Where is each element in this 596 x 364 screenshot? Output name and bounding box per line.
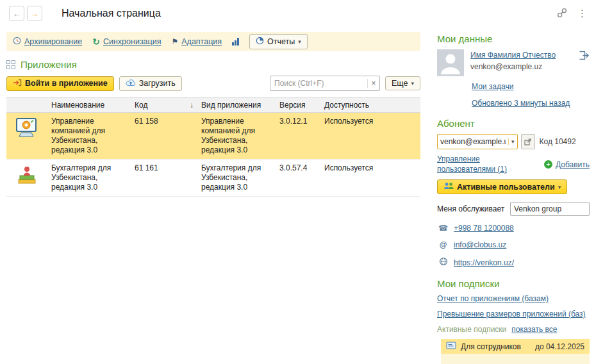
more-menu-icon[interactable]: ⋮ (577, 8, 587, 19)
cell-type[interactable]: Бухгалтерия для Узбекистана, редакция 3.… (197, 160, 276, 197)
column-code[interactable]: Код↓ (131, 98, 197, 113)
subscription-name: Для сотрудников (461, 342, 521, 351)
clock-icon (13, 37, 21, 47)
website-link[interactable]: https://venkon.uz/ (454, 258, 514, 267)
cell-code[interactable]: 61 161 (131, 160, 197, 197)
cell-version[interactable]: 3.0.57.4 (276, 160, 320, 197)
phone-icon: ☎ (438, 224, 448, 233)
cell-version[interactable]: 3.0.12.1 (276, 113, 320, 160)
serviced-by-row: Меня обслуживает (437, 202, 590, 216)
my-data-title: Мои данные (437, 33, 590, 44)
column-icon (6, 98, 47, 113)
app-icon-accounting[interactable] (6, 160, 47, 197)
plus-icon: + (544, 160, 552, 169)
service-toolbar: Архивирование ↻ Синхронизация ⚑ Адаптаци… (6, 32, 420, 51)
active-subscriptions-row: Активные подписки показать все (437, 325, 590, 334)
my-tasks-link[interactable]: Мои задачи (472, 82, 513, 91)
clear-search-icon[interactable]: × (367, 79, 379, 88)
user-card: Имя Фамилия Отчество venkon@example.uz (437, 49, 590, 78)
apps-actions-row: Войти в приложение Загрузить × Еще ▾ (6, 76, 420, 91)
flag-icon: ⚑ (171, 37, 178, 46)
phone-link[interactable]: +998 78 1200088 (454, 224, 514, 233)
applications-grid-icon (6, 60, 15, 69)
more-button[interactable]: Еще ▾ (385, 76, 420, 90)
subscription-item-body (441, 354, 590, 364)
app-icon-management[interactable] (6, 113, 47, 160)
updated-link[interactable]: Обновлено 3 минуты назад (472, 99, 570, 108)
load-app-button[interactable]: Загрузить (119, 76, 182, 91)
serviced-by-label: Меня обслуживает (437, 204, 504, 213)
apps-table: Наименование Код↓ Вид приложения Версия … (6, 97, 420, 197)
cell-code[interactable]: 61 158 (131, 113, 197, 160)
subscription-until: до 04.12.2025 (535, 342, 584, 351)
column-name[interactable]: Наименование (47, 98, 131, 113)
top-bar: ← → Начальная страница ⋮ (0, 0, 596, 27)
search-input[interactable] (270, 79, 367, 88)
sync-link: Синхронизация (103, 37, 161, 46)
add-user[interactable]: + Добавить (544, 160, 590, 169)
reports-button[interactable]: Отчеты ▾ (249, 34, 308, 49)
statistics-icon[interactable] (232, 38, 239, 46)
cell-availability[interactable]: Используется (320, 113, 420, 160)
manage-users-link[interactable]: Управление пользователями (1) (437, 154, 519, 174)
cell-name[interactable]: Бухгалтерия для Узбекистана, редакция 3.… (47, 160, 131, 197)
user-email: venkon@example.uz (470, 62, 556, 71)
enter-arrow-icon (13, 79, 22, 88)
globe-icon (438, 257, 448, 268)
toolbar-item-adaptation[interactable]: ⚑ Адаптация (171, 37, 222, 46)
active-users-button[interactable]: Активные пользователи ▾ (437, 179, 567, 194)
email-row: @ info@clobus.uz (438, 240, 590, 249)
cell-availability[interactable]: Используется (320, 160, 420, 197)
subscriber-title: Абонент (437, 118, 590, 129)
get-link-icon[interactable] (557, 8, 567, 20)
cell-name[interactable]: Управление компанией для Узбекистана, ре… (47, 113, 131, 160)
website-row: https://venkon.uz/ (438, 257, 590, 268)
page-title: Начальная страница (62, 8, 161, 19)
main-column: Архивирование ↻ Синхронизация ⚑ Адаптаци… (6, 32, 420, 197)
subscriber-code: Код 10492 (540, 137, 576, 146)
subscription-card-icon (446, 342, 456, 351)
account-input[interactable] (438, 137, 508, 146)
column-availability[interactable]: Доступность (320, 98, 420, 113)
toolbar-item-archive[interactable]: Архивирование (13, 37, 82, 47)
chevron-down-icon: ▾ (411, 80, 414, 87)
users-icon (443, 182, 454, 192)
size-exceed-link[interactable]: Превышение размеров приложений (баз) (437, 310, 590, 320)
apps-report-link[interactable]: Отчет по приложениям (базам) (437, 294, 590, 304)
enter-app-button[interactable]: Войти в приложение (6, 76, 114, 91)
at-icon: @ (438, 240, 448, 249)
sync-icon: ↻ (92, 37, 100, 47)
show-all-link[interactable]: показать все (511, 325, 557, 334)
users-management-row: Управление пользователями (1) + Добавить (437, 154, 590, 174)
account-combo: ▾ (437, 134, 518, 149)
cloud-upload-icon (126, 79, 136, 88)
sort-desc-icon: ↓ (190, 101, 194, 110)
active-subscriptions-label: Активные подписки (437, 325, 506, 334)
nav-forward-button[interactable]: → (27, 6, 42, 21)
nav-back-button[interactable]: ← (9, 6, 24, 21)
open-account-button[interactable] (521, 134, 535, 149)
phone-row: ☎ +998 78 1200088 (438, 224, 590, 233)
subscriber-account-row: ▾ Код 10492 (437, 134, 590, 149)
apps-section-title: Приложения (21, 59, 77, 70)
logout-icon[interactable] (579, 51, 590, 62)
adaptation-link: Адаптация (181, 37, 222, 46)
column-type[interactable]: Вид приложения (197, 98, 276, 113)
search-box: × (270, 76, 380, 91)
user-name-link[interactable]: Имя Фамилия Отчество (470, 51, 556, 60)
table-row[interactable]: Бухгалтерия для Узбекистана, редакция 3.… (6, 160, 420, 197)
top-actions: ⋮ (557, 8, 587, 20)
table-row[interactable]: Управление компанией для Узбекистана, ре… (6, 113, 420, 160)
chevron-down-icon[interactable]: ▾ (508, 138, 517, 145)
subscription-item[interactable]: Для сотрудников до 04.12.2025 (441, 339, 590, 354)
pie-chart-icon (256, 37, 264, 47)
email-link[interactable]: info@clobus.uz (454, 240, 506, 249)
apps-section-header: Приложения (6, 59, 420, 70)
archive-link: Архивирование (24, 37, 82, 46)
cell-type[interactable]: Управление компанией для Узбекистана, ре… (197, 113, 276, 160)
toolbar-item-sync[interactable]: ↻ Синхронизация (92, 37, 161, 47)
chevron-down-icon: ▾ (298, 38, 301, 45)
user-info: Имя Фамилия Отчество venkon@example.uz (470, 49, 556, 78)
service-company-input[interactable] (510, 202, 590, 216)
column-version[interactable]: Версия (276, 98, 320, 113)
